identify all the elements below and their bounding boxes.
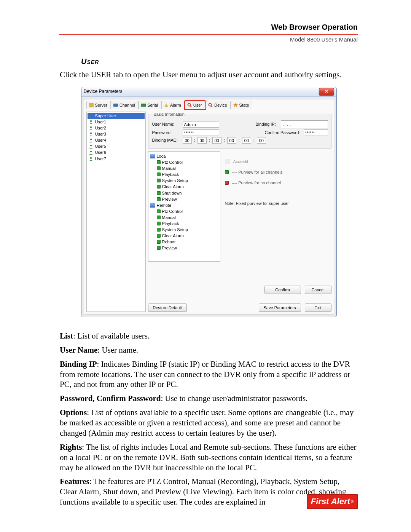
window-title: Device Parameters [84,89,123,94]
tree-node-local[interactable]: Local [150,153,218,159]
group-legend: Basic Infomation [152,112,186,117]
label-confirm-password: Confirm Password: [265,130,301,135]
input-mac-octet[interactable] [242,137,251,144]
user-list-item[interactable]: User7 [88,156,145,162]
svg-rect-1 [113,104,118,107]
tab-alarm[interactable]: Alarm [161,101,185,109]
svg-point-14 [90,145,91,146]
svg-point-12 [90,133,91,134]
input-mac-octet[interactable] [257,137,266,144]
window-close-button[interactable]: ✕ [319,88,334,96]
tab-device[interactable]: Device [206,101,231,109]
tree-node-remote[interactable]: Remote [150,202,218,208]
input-mac-octet[interactable] [227,137,236,144]
svg-point-6 [209,103,211,106]
svg-rect-2 [141,104,146,107]
checkbox-accredit[interactable] [225,159,230,164]
tab-label: Channel [119,102,135,108]
tab-state[interactable]: State [231,101,253,109]
permissions-tree[interactable]: Local Ptz ControlManualPlaybackSystem Se… [148,151,220,262]
body-paragraph: Rights: The list of rights includes Loca… [60,442,358,473]
svg-point-16 [90,157,91,158]
intro-paragraph: Click the USER tab to open the User menu… [60,70,358,80]
label-password: Password: [152,130,180,135]
monitor-icon [150,154,155,158]
user-list-label: User4 [95,137,106,143]
tree-leaf[interactable]: Manual [157,165,218,171]
basic-info-group: Basic Infomation User Name: Binding IP: … [148,112,331,149]
input-mac-octet[interactable] [183,137,192,144]
input-password[interactable] [183,129,219,136]
page-header-title: Web Browser Operation [59,23,358,32]
user-list-label: User6 [95,150,106,155]
user-list-item[interactable]: User2 [88,125,145,131]
tree-leaf[interactable]: Manual [157,214,218,220]
user-list-item-super[interactable]: Super User [88,113,145,119]
tree-leaf[interactable]: Ptz Control [157,208,218,214]
svg-point-13 [90,139,91,140]
tree-leaf[interactable]: Ptz Control [157,159,218,165]
input-mac-octet[interactable] [212,137,221,144]
tree-leaf[interactable]: Clear Alarm [157,233,218,239]
input-confirm-password[interactable] [304,129,328,136]
tree-leaf[interactable]: Preview [157,245,218,251]
cancel-button[interactable]: Cancel [305,286,331,294]
page-header-subtitle: Model 8800 User's Manual [59,36,358,43]
tree-leaf[interactable]: Clear Alarm [157,184,218,190]
binding-ip-field[interactable]: ... [281,120,328,128]
user-list[interactable]: Super User User1User2User3User4User5User… [86,112,146,312]
user-list-item[interactable]: User5 [88,143,145,149]
key-green-icon [157,160,161,164]
tab-label: State [239,102,249,108]
user-list-item[interactable]: User1 [88,119,145,125]
svg-point-15 [90,151,91,152]
svg-marker-8 [233,103,238,107]
user-list-item[interactable]: User4 [88,137,145,143]
tree-leaf[interactable]: System Setup [157,227,218,233]
key-green-icon [157,173,161,176]
tree-leaf[interactable]: Playback [157,171,218,177]
user-list-label: User5 [95,144,106,149]
tree-leaf[interactable]: Shut down [157,190,218,196]
svg-rect-0 [89,103,94,107]
tab-server[interactable]: Server [86,101,111,109]
confirm-button[interactable]: Confirm [264,286,301,294]
svg-marker-3 [164,103,168,107]
svg-point-9 [90,114,91,116]
restore-default-button[interactable]: Restore Default [148,304,187,312]
exit-button[interactable]: Exit [305,304,331,312]
user-list-label: User3 [95,131,106,137]
key-green-icon [157,222,161,225]
user-list-item[interactable]: User3 [88,131,145,137]
tree-leaf[interactable]: System Setup [157,177,218,184]
window-titlebar: Device Parameters ✕ [81,87,336,97]
user-list-item[interactable]: User6 [88,149,145,155]
save-parameters-button[interactable]: Save Parameters [259,304,301,312]
key-green-icon [157,179,161,182]
tab-label: Alarm [170,102,181,108]
key-red-icon [225,181,229,185]
input-username[interactable] [183,121,219,128]
legend-all: ---- Purview for all channels [232,169,283,175]
screenshot-device-parameters: Device Parameters ✕ Server Channel Seria… [81,87,337,317]
user-list-label: User2 [95,125,106,131]
key-green-icon [225,170,229,174]
tab-channel[interactable]: Channel [111,101,139,109]
section-heading: User [81,57,358,66]
input-mac-octet[interactable] [198,137,207,144]
label-binding-mac: Binding MAC: [152,137,180,143]
tree-leaf[interactable]: Reboot [157,239,218,245]
permissions-legend: Accredit ---- Purview for all channels -… [223,151,331,262]
key-green-icon [157,209,161,213]
tree-leaf[interactable]: Playback [157,220,218,227]
svg-line-7 [211,106,212,107]
legend-note: Note: Fixed purview for super user [225,201,330,206]
user-list-label: User7 [95,156,106,161]
key-green-icon [157,240,161,244]
tab-user[interactable]: User [185,101,206,109]
body-paragraph: Binding IP: Indicates Binding IP (static… [60,359,358,390]
key-green-icon [157,234,161,238]
body-paragraph: List: List of available users. [60,331,358,341]
tree-leaf[interactable]: Preview [157,196,218,202]
tab-serial[interactable]: Serial [139,101,161,109]
